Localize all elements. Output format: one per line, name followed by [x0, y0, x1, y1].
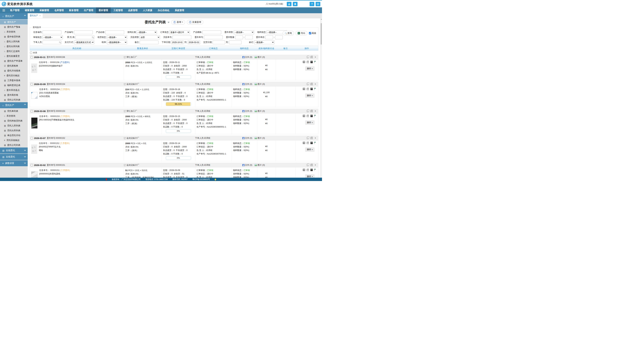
filter-input[interactable]: [172, 35, 191, 39]
filter-range-min[interactable]: [265, 35, 273, 39]
sidebar-item-11[interactable]: ▥ 委托月结报表: [0, 68, 28, 73]
nav-item-1[interactable]: 销售管理: [22, 7, 37, 13]
tab-entrust-production[interactable]: 委托生产 ×: [28, 13, 43, 18]
sidebar-item-8[interactable]: ⌂ 委托批量退货: [0, 54, 28, 58]
nav-item-5[interactable]: 生产管理: [81, 7, 96, 13]
nav-item-3[interactable]: 仓库管理: [52, 7, 66, 13]
log-icon[interactable]: LOG: [310, 169, 313, 171]
row-more-caret-icon[interactable]: [315, 84, 316, 84]
current-user[interactable]: hzx001(郑小姐): [266, 2, 283, 5]
select-all-checkbox[interactable]: [30, 52, 32, 54]
print-icon[interactable]: [306, 88, 309, 90]
filter-select[interactable]: --请选择--: [107, 35, 127, 39]
nav-item-4[interactable]: 财务管理: [66, 7, 81, 13]
column-header-5[interactable]: 成本/物料赔付金: [257, 47, 276, 50]
sidebar-group-0[interactable]: ⌂ 委托生产: [0, 13, 28, 19]
sidebar-item-26[interactable]: ▤ 委托公司列表: [0, 143, 28, 147]
filter-select[interactable]: --请选择--: [234, 30, 254, 34]
filter-range-max[interactable]: [245, 35, 253, 39]
filter-select[interactable]: --请选择--: [137, 30, 157, 34]
flag-icon[interactable]: [314, 169, 316, 171]
task-type-link[interactable]: (工序委外): [60, 115, 70, 117]
log-icon[interactable]: LOG: [310, 115, 313, 117]
sidebar-item-9[interactable]: ▤ 委托生产申请单: [0, 58, 28, 63]
nav-item-2[interactable]: 采购管理: [37, 7, 52, 13]
search-icon[interactable]: [92, 36, 93, 38]
help-button[interactable]: ?: [310, 2, 314, 6]
sidebar-item-13[interactable]: ▥ 工序委外报表: [0, 78, 28, 83]
menu-toggle[interactable]: [0, 7, 8, 13]
nav-item-11[interactable]: 系统管理: [172, 7, 187, 13]
sidebar-item-1[interactable]: ▤ 委托生产: [0, 19, 28, 24]
files-link[interactable]: 文件(0): [242, 56, 252, 59]
print-icon[interactable]: [306, 142, 309, 144]
filter-range-min[interactable]: [235, 35, 243, 39]
column-header-0[interactable]: 商品名称: [30, 47, 124, 50]
filter-input[interactable]: [140, 40, 158, 44]
search-button[interactable]: 查询: [283, 31, 294, 35]
row-more-caret-icon[interactable]: [315, 138, 316, 138]
print-icon[interactable]: [310, 110, 313, 112]
sidebar-item-16[interactable]: ▥ 委外商价格: [0, 92, 28, 97]
nav-item-0[interactable]: 客户管理: [8, 7, 22, 13]
row-actions-button[interactable]: 操作: [305, 93, 314, 98]
copy-icon[interactable]: [307, 164, 308, 166]
column-header-6[interactable]: 备注: [276, 47, 295, 50]
column-header-3[interactable]: 订单状态: [195, 47, 232, 50]
filter-input[interactable]: [105, 30, 124, 34]
product-image[interactable]: 暂无图片: [31, 63, 37, 73]
filter-select[interactable]: 准备中+进行中: [170, 30, 190, 34]
sidebar-item-20[interactable]: ⌂ 库存查询: [0, 113, 28, 118]
sidebar-item-23[interactable]: ▤ 受托出库列表: [0, 128, 28, 133]
qrcode-icon[interactable]: [303, 142, 305, 144]
nav-item-7[interactable]: 工程管理: [111, 7, 126, 13]
sidebar-item-19[interactable]: ▤ 受托单列表: [0, 109, 28, 113]
row-more-caret-icon[interactable]: [315, 111, 316, 111]
nav-item-6[interactable]: 委外管理: [96, 7, 111, 13]
sidebar-group-27[interactable]: ▤ 在线委托: [0, 147, 28, 153]
images-link[interactable]: 图片(0): [254, 110, 265, 113]
files-link[interactable]: 文件(0): [242, 110, 252, 113]
row-more-caret-icon[interactable]: [315, 165, 316, 165]
product-image[interactable]: [31, 92, 38, 99]
column-header-1[interactable]: 数量及单价: [124, 47, 162, 50]
search-icon[interactable]: [59, 41, 60, 43]
copy-icon[interactable]: [307, 83, 308, 85]
sidebar-item-6[interactable]: ⌂ 委托出库列表: [0, 44, 28, 49]
images-link[interactable]: 图片(0): [254, 164, 265, 167]
task-type-link[interactable]: (工序委外): [60, 88, 70, 90]
scroll-up-icon[interactable]: [321, 19, 322, 19]
qrcode-icon[interactable]: [303, 61, 305, 63]
print-icon[interactable]: [306, 115, 309, 117]
files-link[interactable]: 文件(0): [242, 83, 252, 86]
print-icon[interactable]: [306, 169, 309, 171]
column-header-4[interactable]: 物料信息: [232, 47, 257, 50]
filter-select[interactable]: --请选择税率--: [107, 40, 127, 44]
filter-search-input[interactable]: [42, 40, 62, 44]
row-checkbox[interactable]: [31, 110, 33, 112]
sidebar-item-10[interactable]: ☑ 委托质检单: [0, 63, 28, 68]
nav-item-9[interactable]: 人力资源: [140, 7, 155, 13]
export-button[interactable]: X导出: [296, 31, 308, 35]
sidebar-item-25[interactable]: ¤ 受托应收账款: [0, 138, 28, 143]
log-icon[interactable]: LOG: [310, 61, 313, 63]
product-image[interactable]: 暂无图片: [31, 144, 37, 154]
copy-icon[interactable]: [307, 110, 308, 112]
log-icon[interactable]: LOG: [310, 88, 313, 90]
flag-icon[interactable]: [314, 115, 316, 117]
sidebar-item-14[interactable]: ▤ 物料需求总表: [0, 83, 28, 88]
copy-icon[interactable]: [307, 137, 308, 139]
nav-item-8[interactable]: 品质管理: [126, 7, 140, 13]
home-button[interactable]: [293, 2, 298, 6]
product-image[interactable]: [31, 117, 38, 129]
nav-item-10[interactable]: 办公自动化: [155, 7, 172, 13]
vertical-scrollbar[interactable]: [320, 18, 322, 181]
filter-input[interactable]: [204, 35, 223, 39]
column-header-2[interactable]: 交期/订单进度: [162, 47, 195, 50]
advanced-checkbox[interactable]: [309, 32, 311, 34]
sidebar-item-5[interactable]: ⌂ 委托入库列表: [0, 39, 28, 44]
row-checkbox[interactable]: [31, 164, 33, 166]
task-type-link[interactable]: (工序委外): [60, 142, 70, 144]
filter-select[interactable]: --请选择--: [254, 40, 274, 44]
filter-search-input[interactable]: [76, 35, 94, 39]
